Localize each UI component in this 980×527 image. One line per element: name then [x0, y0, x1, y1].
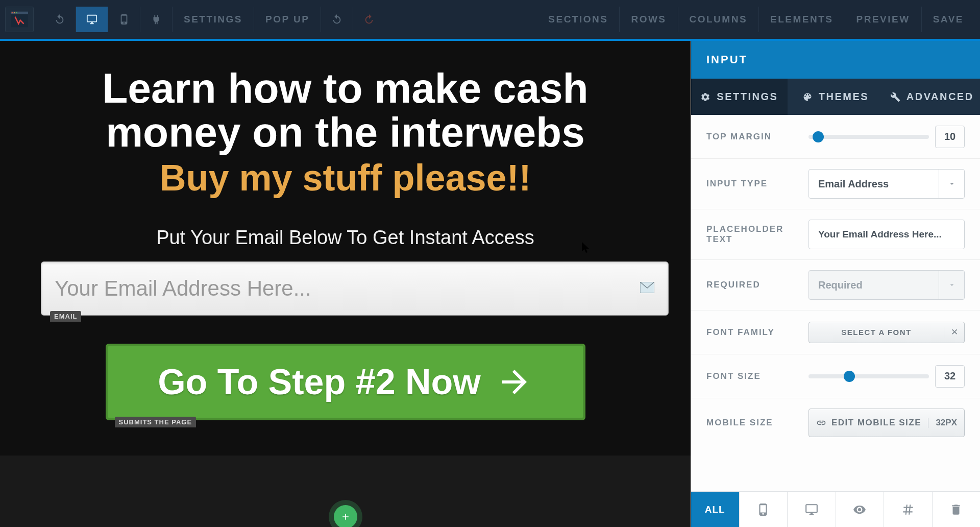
preview-button[interactable]: PREVIEW: [845, 7, 922, 32]
tab-settings[interactable]: SETTINGS: [691, 79, 788, 115]
font-size-slider[interactable]: [808, 374, 929, 378]
tab-themes[interactable]: THEMES: [788, 79, 884, 115]
input-type-select[interactable]: Email Address: [808, 169, 965, 199]
properties-panel: INPUT SETTINGS THEMES ADVANCED TOP MARGI…: [691, 41, 980, 527]
svg-rect-2: [14, 12, 15, 14]
chevron-down-icon: [939, 170, 964, 198]
footer-tab-mobile[interactable]: [740, 492, 788, 527]
input-type-label: INPUT TYPE: [706, 179, 808, 189]
app-logo[interactable]: [5, 7, 34, 32]
cta-label: Go To Step #2 Now: [158, 362, 481, 402]
envelope-icon: [640, 282, 654, 295]
save-button[interactable]: SAVE: [922, 7, 975, 32]
top-margin-value[interactable]: 10: [935, 126, 965, 148]
sections-button[interactable]: SECTIONS: [537, 7, 620, 32]
chevron-down-icon: [939, 271, 964, 299]
mobile-size-label: MOBILE SIZE: [706, 418, 808, 428]
history-redo-button[interactable]: [353, 7, 385, 32]
cta-button[interactable]: Go To Step #2 Now: [106, 344, 585, 420]
canvas-area: Learn how to make cash money on the inte…: [0, 41, 691, 527]
popup-button[interactable]: POP UP: [254, 7, 321, 32]
rows-button[interactable]: ROWS: [620, 7, 678, 32]
top-margin-label: TOP MARGIN: [706, 132, 808, 142]
placeholder-text-label: PLACEHOLDER TEXT: [706, 224, 808, 245]
email-element-badge: EMAIL: [50, 311, 81, 322]
footer-tab-delete[interactable]: [933, 492, 981, 527]
add-section-button[interactable]: [334, 505, 357, 527]
svg-rect-3: [16, 12, 17, 14]
instruction-text[interactable]: Put Your Email Below To Get Instant Acce…: [41, 227, 650, 249]
desktop-view-button[interactable]: [76, 7, 108, 32]
arrow-right-icon: [496, 364, 533, 400]
required-select[interactable]: Required: [808, 270, 965, 300]
phone-icon: [756, 503, 770, 516]
footer-tab-desktop[interactable]: [788, 492, 836, 527]
monitor-icon: [805, 503, 818, 516]
cta-element-badge: SUBMITS THE PAGE: [115, 417, 197, 427]
headline-text[interactable]: Learn how to make cash money on the inte…: [41, 66, 650, 154]
font-family-label: FONT FAMILY: [706, 327, 808, 338]
eye-icon: [853, 503, 866, 516]
wrench-icon: [890, 92, 900, 102]
panel-tabs: SETTINGS THEMES ADVANCED: [691, 79, 980, 115]
top-margin-slider[interactable]: [808, 135, 929, 139]
required-label: REQUIRED: [706, 280, 808, 290]
columns-button[interactable]: COLUMNS: [678, 7, 760, 32]
history-undo-button[interactable]: [321, 7, 353, 32]
email-input-element[interactable]: EMAIL: [41, 261, 669, 316]
close-icon[interactable]: ✕: [944, 327, 964, 338]
email-input[interactable]: [41, 261, 669, 316]
font-size-value[interactable]: 32: [935, 365, 965, 388]
footer-tab-visibility[interactable]: [836, 492, 885, 527]
hash-icon: [901, 503, 915, 516]
svg-rect-1: [12, 12, 13, 14]
settings-button[interactable]: SETTINGS: [173, 7, 254, 32]
footer-tab-all[interactable]: ALL: [691, 492, 740, 527]
select-font-button[interactable]: SELECT A FONT ✕: [808, 322, 965, 343]
edit-mobile-size-button[interactable]: EDIT MOBILE SIZE 32PX: [808, 409, 965, 437]
svg-rect-0: [11, 12, 28, 14]
top-toolbar: SETTINGS POP UP SECTIONS ROWS COLUMNS EL…: [0, 0, 980, 41]
link-icon: [816, 418, 826, 428]
plug-icon-button[interactable]: [140, 7, 173, 32]
palette-icon: [802, 92, 813, 102]
trash-icon: [949, 503, 963, 516]
panel-footer-tabs: ALL: [691, 491, 980, 527]
undo-button[interactable]: [44, 7, 76, 32]
panel-title: INPUT: [691, 41, 980, 79]
subheadline-text[interactable]: Buy my stuff please!!: [41, 157, 650, 199]
gear-icon: [700, 92, 710, 102]
elements-button[interactable]: ELEMENTS: [759, 7, 845, 32]
font-size-label: FONT SIZE: [706, 371, 808, 381]
cta-button-element[interactable]: Go To Step #2 Now SUBMITS THE PAGE: [106, 344, 585, 420]
footer-tab-hash[interactable]: [884, 492, 933, 527]
tab-advanced[interactable]: ADVANCED: [884, 79, 980, 115]
mobile-view-button[interactable]: [108, 7, 140, 32]
placeholder-text-input[interactable]: [808, 220, 965, 249]
